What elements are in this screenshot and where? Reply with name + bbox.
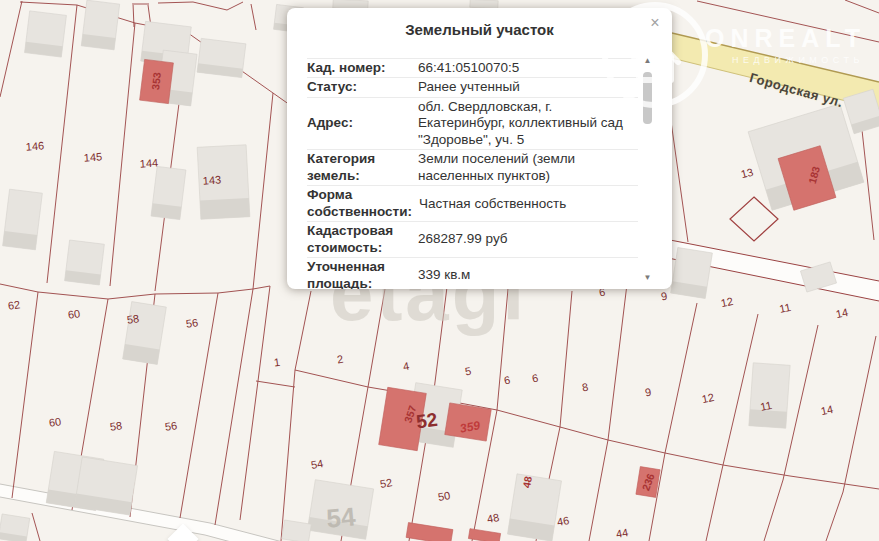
close-icon[interactable]: ×	[647, 15, 663, 31]
popup-row-label: Кадастровая стоимость:	[307, 222, 411, 257]
scroll-down-icon[interactable]: ▼	[642, 272, 653, 283]
scroll-up-icon[interactable]: ▲	[642, 55, 653, 66]
popup-row-label: Категория земель:	[307, 150, 411, 185]
popup-row-value: 339 кв.м	[411, 266, 638, 284]
building-gray	[282, 520, 312, 541]
popup-row-value: 66:41:0510070:5	[411, 59, 638, 77]
building-gray	[508, 474, 562, 541]
popup-row-label: Форма собственности:	[307, 186, 412, 221]
building-gray	[74, 457, 137, 515]
popup-row-label: Уточненная площадь:	[307, 258, 411, 289]
building-gray	[0, 514, 30, 541]
building-red	[140, 59, 174, 103]
building-gray	[81, 0, 119, 50]
building-gray	[197, 145, 250, 219]
popup-row-value: Частная собственность	[412, 195, 638, 213]
building-gray	[671, 248, 713, 299]
popup-row-label: Адрес:	[307, 114, 411, 132]
building-gray	[123, 302, 167, 365]
popup-row: Кад. номер:66:41:0510070:5	[307, 58, 638, 77]
cadastral-map-page: 1461451441431362605856160585624566869121…	[0, 0, 879, 541]
popup-row: Адрес:обл. Свердловская, г. Екатеринбург…	[307, 97, 638, 149]
parcel-info-popup: Земельный участок Кад. номер:66:41:05100…	[287, 8, 672, 289]
popup-row-label: Статус:	[307, 78, 411, 96]
building-red	[445, 403, 491, 441]
popup-row: Кадастровая стоимость:268287.99 руб	[307, 221, 638, 257]
building-gray	[3, 189, 43, 250]
popup-row-label: Кад. номер:	[307, 59, 411, 77]
popup-row: Статус:Ранее учтенный	[307, 77, 638, 96]
building-gray	[65, 240, 105, 285]
building-red	[468, 529, 500, 541]
building-red	[406, 523, 453, 541]
building-gray	[151, 166, 186, 219]
popup-row-value: Земли поселений (земли населенных пункто…	[411, 150, 638, 185]
building-gray	[749, 363, 790, 428]
popup-row: Форма собственности:Частная собственност…	[307, 185, 638, 221]
popup-row: Категория земель:Земли поселений (земли …	[307, 149, 638, 185]
building-gray	[307, 480, 373, 540]
popup-attribute-table: Кад. номер:66:41:0510070:5Статус:Ранее у…	[307, 58, 638, 289]
building-gray	[197, 38, 246, 77]
building-gray	[25, 11, 67, 57]
street-band	[651, 29, 879, 109]
building-red	[636, 467, 660, 498]
popup-title: Земельный участок	[317, 21, 642, 38]
popup-row-value: 268287.99 руб	[411, 230, 638, 248]
popup-scrollbar[interactable]: ▲ ▼	[642, 55, 653, 283]
popup-row-value: обл. Свердловская, г. Екатеринбург, колл…	[411, 98, 638, 149]
popup-row: Уточненная площадь:339 кв.м	[307, 257, 638, 289]
scrollbar-thumb[interactable]	[643, 72, 652, 124]
popup-row-value: Ранее учтенный	[411, 78, 638, 96]
